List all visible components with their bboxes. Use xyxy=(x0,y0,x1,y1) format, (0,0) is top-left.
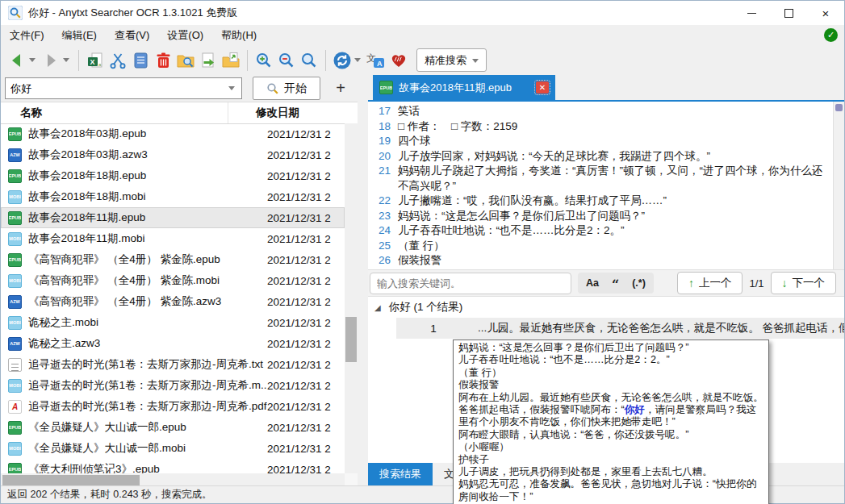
tooltip-line: 妈妈忍无可忍，准备发飙。爸爸见状，急切地对儿子说：“快把你的房间收拾一下！” xyxy=(458,478,763,503)
copy-document-button[interactable] xyxy=(129,48,152,73)
tab-search-results[interactable]: 搜索结果 xyxy=(368,463,433,485)
search-combobox[interactable] xyxy=(5,77,242,99)
status-check-icon: ✓ xyxy=(824,28,838,42)
line-number: 27 xyxy=(373,269,391,270)
file-row[interactable]: EPUB《全员嫌疑人》大山诚一郎.epub2021/12/31 2 xyxy=(1,417,345,438)
zoom-in-button[interactable] xyxy=(253,48,275,73)
line-text: 笑话 xyxy=(398,104,831,119)
combo-dropdown-icon[interactable] xyxy=(228,86,235,90)
file-row[interactable]: AZW故事会2018年03期.azw32021/12/31 2 xyxy=(1,144,345,165)
azw-file-icon: AZW xyxy=(8,148,22,162)
document-tab-strip: EPUB 故事会2018年11期.epub ✕ xyxy=(368,75,844,102)
match-counter: 1/1 xyxy=(749,277,763,289)
line-text: □ 作者： □ 字数：2159 xyxy=(398,119,831,135)
line-number: 19 xyxy=(373,134,391,149)
tab-close-button[interactable]: ✕ xyxy=(536,81,549,94)
open-folder-search-button[interactable] xyxy=(174,48,197,73)
azw-file-icon: AZW xyxy=(8,337,22,351)
match-case-toggle[interactable]: Aa xyxy=(579,277,605,289)
zoom-out-button[interactable] xyxy=(275,48,298,73)
column-header-name[interactable]: 名称 xyxy=(1,102,228,123)
result-group-header[interactable]: ◢ 你好 (1 个结果) xyxy=(368,297,844,318)
minimize-button[interactable] xyxy=(733,1,770,25)
line-number: 22 xyxy=(373,194,391,209)
file-row[interactable]: MOBI《高智商犯罪》 （全4册） 紫金陈.mobi2021/12/31 2 xyxy=(1,270,345,291)
find-keyword-input[interactable] xyxy=(370,273,571,294)
menu-file[interactable]: 文件(F) xyxy=(1,25,53,45)
file-row[interactable]: AZW诡秘之主.azw32021/12/31 2 xyxy=(1,333,345,354)
file-row[interactable]: MOBI诡秘之主.mobi2021/12/31 2 xyxy=(1,312,345,333)
file-row[interactable]: EPUB《意大利刑侦笔记3》.epub2021/12/31 2 xyxy=(1,459,345,473)
file-row[interactable]: MOBI故事会2018年11期.mobi2021/12/31 2 xyxy=(1,228,345,249)
line-text: 妈妈说：“这是怎么回事？是你们后卫出了问题吗？” xyxy=(398,209,831,224)
expand-triangle-icon[interactable]: ◢ xyxy=(374,303,381,312)
line-text: 儿子吞吞吐吐地说：“也不是……比分是2：2。” xyxy=(398,223,831,239)
forward-button[interactable] xyxy=(40,48,62,73)
file-row[interactable]: MOBI故事会2018年18期.mobi2021/12/31 2 xyxy=(1,186,345,207)
epub-file-icon: EPUB xyxy=(8,127,22,141)
line-number: 23 xyxy=(373,209,391,224)
maximize-button[interactable] xyxy=(770,1,807,25)
next-match-button[interactable]: ↓ 下一个 xyxy=(771,272,837,294)
file-row[interactable]: MOBI追寻逝去的时光(第1卷：去斯万家那边-周克希.m...2021/12/3… xyxy=(1,375,345,396)
content-vertical-scrollbar[interactable] xyxy=(833,102,844,269)
tab-document-title: 故事会2018年11期.epub xyxy=(399,81,530,95)
window-title: 你好 - Anytxt Searcher OCR 1.3.1021 免费版 xyxy=(28,6,237,20)
file-row[interactable]: EPUB故事会2018年03期.epub2021/12/31 2 xyxy=(1,123,345,144)
scrollbar-thumb[interactable] xyxy=(835,104,843,111)
add-search-tab-button[interactable]: + xyxy=(332,79,349,98)
export-folder-button[interactable] xyxy=(220,48,242,73)
txt-file-icon xyxy=(8,358,22,372)
tooltip-line: 儿子吞吞吐吐地说：“也不是……比分是2：2。” xyxy=(458,354,763,366)
menu-view[interactable]: 查看(V) xyxy=(106,25,158,45)
file-row[interactable]: 追寻逝去的时光(第1卷：去斯万家那边-周克希.txt2021/12/31 2 xyxy=(1,354,345,375)
close-button[interactable]: × xyxy=(807,1,844,25)
scrollbar-thumb[interactable] xyxy=(2,475,140,485)
app-logo-icon xyxy=(8,6,23,20)
column-header-date[interactable]: 修改日期 xyxy=(228,106,299,120)
refresh-dropdown-icon[interactable] xyxy=(354,58,361,62)
send-document-button[interactable] xyxy=(197,48,220,73)
refresh-button[interactable] xyxy=(331,48,353,73)
file-row-selected[interactable]: EPUB故事会2018年11期.epub2021/12/31 2 xyxy=(1,207,345,228)
epub-file-icon: EPUB xyxy=(8,169,22,183)
file-row[interactable]: EPUB《高智商犯罪》 （全4册） 紫金陈.epub2021/12/31 2 xyxy=(1,249,345,270)
previous-match-button[interactable]: ↑ 上一个 xyxy=(677,272,743,294)
match-word-toggle[interactable]: “ xyxy=(605,277,625,289)
export-excel-button[interactable]: Xa xyxy=(84,48,107,73)
file-row[interactable]: AZW《高智商犯罪》 （全4册） 紫金陈.azw32021/12/31 2 xyxy=(1,291,345,312)
line-number: 21 xyxy=(373,164,391,194)
toolbar-separator xyxy=(325,50,326,71)
document-content[interactable]: 17笑话 18□ 作者： □ 字数：2159 19四个球 20儿子放学回家，对妈… xyxy=(368,102,844,269)
forward-dropdown-icon[interactable] xyxy=(63,58,69,62)
file-row[interactable]: EPUB故事会2018年18期.epub2021/12/31 2 xyxy=(1,165,345,186)
line-text: 儿子放学回家，对妈妈说：“今天的足球比赛，我踢进了四个球。” xyxy=(398,149,831,165)
tooltip-line: 儿子调皮，把玩具扔得到处都是，家里看上去乱七八糟。 xyxy=(458,466,763,478)
back-dropdown-icon[interactable] xyxy=(29,58,36,62)
file-list-vertical-scrollbar[interactable] xyxy=(345,123,358,473)
delete-button[interactable] xyxy=(152,48,174,73)
mobi-file-icon: MOBI xyxy=(8,379,22,393)
menu-help[interactable]: 帮助(H) xyxy=(212,25,266,45)
line-number: 25 xyxy=(373,239,391,254)
search-input[interactable] xyxy=(6,78,228,98)
tab-document[interactable]: EPUB 故事会2018年11期.epub ✕ xyxy=(373,75,555,100)
result-row-selected[interactable]: 1 ...儿园。最近她有些厌食，无论爸爸怎么哄，就是不吃饭。 爸爸抓起电话，假装… xyxy=(396,318,844,339)
search-row: 开始 + xyxy=(1,75,368,102)
file-row[interactable]: MOBI《全员嫌疑人》大山诚一郎.mobi2021/12/31 2 xyxy=(1,438,345,459)
scrollbar-thumb[interactable] xyxy=(345,317,357,362)
menu-edit[interactable]: 编辑(E) xyxy=(53,25,106,45)
menu-settings[interactable]: 设置(O) xyxy=(158,25,212,45)
start-search-button[interactable]: 开始 xyxy=(253,77,320,100)
panel-splitter[interactable] xyxy=(358,102,368,487)
zoom-reset-button[interactable] xyxy=(298,48,320,73)
regex-toggle[interactable]: (.*) xyxy=(625,277,652,289)
file-row[interactable]: A追寻逝去的时光(第1卷：去斯万家那边-周克希.pdf2021/12/31 2 xyxy=(1,396,345,417)
tooltip-text: 爸爸抓起电话，假装报警吓唬阿布：“ xyxy=(458,404,625,415)
donate-heart-button[interactable] xyxy=(387,48,410,73)
cut-button[interactable] xyxy=(107,48,129,73)
translate-button[interactable]: 文A xyxy=(365,48,387,73)
back-button[interactable] xyxy=(6,48,28,73)
search-mode-dropdown[interactable]: 精准搜索 xyxy=(416,48,487,72)
tooltip-line: 假装报警 xyxy=(458,379,763,391)
